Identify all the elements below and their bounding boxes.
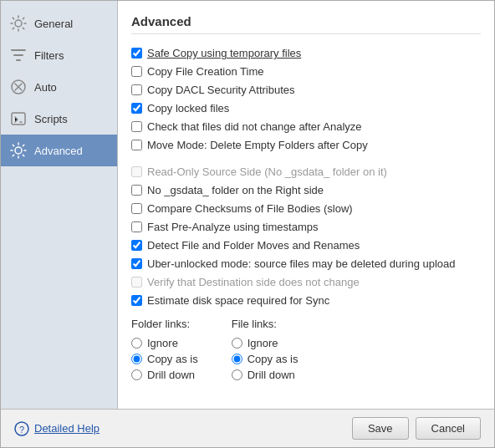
label-fil-drill-down[interactable]: Drill down: [248, 369, 295, 381]
svg-text:?: ?: [19, 424, 24, 434]
sidebar-item-auto[interactable]: Auto: [1, 71, 117, 103]
links-section: Folder links: Ignore Copy as is Drill do…: [131, 318, 481, 381]
checkbox-row-copy-locked: Copy locked files: [131, 101, 481, 115]
checkbox-estimate-disk[interactable]: [131, 295, 142, 306]
label-fast-pre-analyze[interactable]: Fast Pre-Analyze using timestamps: [147, 221, 318, 233]
svg-point-5: [15, 147, 22, 154]
checkbox-no-gsdata[interactable]: [131, 185, 142, 196]
checkbox-move-mode[interactable]: [131, 140, 142, 150]
checkbox-row-no-gsdata: No _gsdata_ folder on the Right side: [131, 183, 481, 197]
separator-1: [131, 156, 481, 165]
checkbox-row-readonly-source: Read-Only Source Side (No _gsdata_ folde…: [131, 165, 481, 179]
label-fl-drill-down[interactable]: Drill down: [147, 369, 195, 381]
label-check-not-change[interactable]: Check that files did not change after An…: [147, 120, 362, 133]
checkbox-row-fast-pre-analyze: Fast Pre-Analyze using timestamps: [131, 220, 481, 234]
label-fl-copy-as-is[interactable]: Copy as is: [147, 353, 198, 365]
checkbox-uber-unlocked[interactable]: [131, 258, 142, 269]
dialog: General Filters: [0, 0, 495, 448]
cancel-button[interactable]: Cancel: [416, 417, 481, 440]
checkbox-readonly-source[interactable]: [131, 166, 142, 177]
main-content: Advanced Safe Copy using temporary files…: [118, 1, 494, 409]
label-uber-unlocked[interactable]: Uber-unlocked mode: source files may be …: [147, 257, 456, 270]
checkbox-row-copy-file-creation: Copy File Creation Time: [131, 64, 481, 79]
checkbox-copy-locked[interactable]: [131, 103, 142, 114]
radio-row-fil-ignore: Ignore: [232, 337, 299, 349]
radio-fl-ignore[interactable]: [131, 338, 142, 349]
label-detect-moves[interactable]: Detect File and Folder Moves and Renames: [147, 239, 360, 252]
file-links-group: File links: Ignore Copy as is Drill down: [232, 318, 299, 381]
radio-fil-drill-down[interactable]: [232, 369, 242, 380]
radio-fil-ignore[interactable]: [232, 338, 242, 349]
footer-right: Save Cancel: [352, 417, 481, 440]
checkbox-row-verify-dest: Verify that Destination side does not ch…: [131, 275, 481, 289]
sidebar-item-general[interactable]: General: [1, 8, 117, 39]
label-fil-ignore[interactable]: Ignore: [248, 337, 278, 349]
label-copy-locked[interactable]: Copy locked files: [147, 102, 229, 115]
radio-row-fil-copy-as-is: Copy as is: [232, 353, 299, 365]
footer-left: ? Detailed Help: [14, 421, 352, 436]
radio-row-fl-ignore: Ignore: [131, 337, 198, 349]
save-button[interactable]: Save: [352, 417, 409, 440]
radio-row-fl-drill-down: Drill down: [131, 369, 198, 381]
checkbox-row-safe-copy: Safe Copy using temporary files: [131, 46, 481, 60]
sidebar-item-filters[interactable]: Filters: [1, 39, 117, 71]
checkbox-row-check-not-change: Check that files did not change after An…: [131, 120, 481, 134]
page-title: Advanced: [131, 14, 481, 34]
dialog-body: General Filters: [1, 1, 494, 409]
label-safe-copy[interactable]: Safe Copy using temporary files: [147, 47, 301, 59]
checkbox-row-copy-dacl: Copy DACL Security Attributes: [131, 83, 481, 97]
sidebar-item-scripts-label: Scripts: [34, 113, 68, 125]
checkbox-safe-copy[interactable]: [131, 48, 142, 59]
svg-point-0: [15, 20, 22, 27]
radio-row-fl-copy-as-is: Copy as is: [131, 353, 198, 365]
sidebar-item-advanced-label: Advanced: [34, 145, 83, 157]
advanced-icon: [9, 141, 28, 160]
checkbox-compare-checksums[interactable]: [131, 203, 142, 214]
general-icon: [9, 14, 28, 33]
label-fil-copy-as-is[interactable]: Copy as is: [248, 353, 299, 365]
label-readonly-source[interactable]: Read-Only Source Side (No _gsdata_ folde…: [147, 165, 387, 178]
radio-fil-copy-as-is[interactable]: [232, 354, 242, 364]
checkbox-row-compare-checksums: Compare Checksums of File Bodies (slow): [131, 201, 481, 216]
checkbox-detect-moves[interactable]: [131, 240, 142, 251]
checkbox-row-uber-unlocked: Uber-unlocked mode: source files may be …: [131, 257, 481, 271]
label-compare-checksums[interactable]: Compare Checksums of File Bodies (slow): [147, 202, 353, 215]
sidebar-item-scripts[interactable]: Scripts: [1, 103, 117, 135]
checkbox-check-not-change[interactable]: [131, 121, 142, 132]
label-move-mode[interactable]: Move Mode: Delete Empty Folders after Co…: [147, 139, 368, 151]
checkbox-copy-file-creation[interactable]: [131, 66, 142, 77]
label-copy-file-creation[interactable]: Copy File Creation Time: [147, 65, 263, 78]
checkbox-row-estimate-disk: Estimate disk space required for Sync: [131, 293, 481, 308]
help-circle-icon: ?: [14, 421, 29, 436]
label-verify-dest[interactable]: Verify that Destination side does not ch…: [147, 276, 360, 288]
label-fl-ignore[interactable]: Ignore: [147, 337, 178, 349]
checkbox-fast-pre-analyze[interactable]: [131, 221, 142, 232]
radio-fl-copy-as-is[interactable]: [131, 354, 142, 364]
label-no-gsdata[interactable]: No _gsdata_ folder on the Right side: [147, 184, 324, 196]
file-links-title: File links:: [232, 318, 299, 330]
svg-rect-4: [12, 113, 25, 125]
checkbox-row-detect-moves: Detect File and Folder Moves and Renames: [131, 238, 481, 252]
label-copy-dacl[interactable]: Copy DACL Security Attributes: [147, 84, 295, 96]
checkbox-row-move-mode: Move Mode: Delete Empty Folders after Co…: [131, 138, 481, 152]
label-estimate-disk[interactable]: Estimate disk space required for Sync: [147, 294, 329, 307]
checkbox-copy-dacl[interactable]: [131, 84, 142, 95]
folder-links-group: Folder links: Ignore Copy as is Drill do…: [131, 318, 198, 381]
dialog-footer: ? Detailed Help Save Cancel: [1, 409, 494, 447]
sidebar-item-advanced[interactable]: Advanced: [1, 135, 117, 166]
folder-links-title: Folder links:: [131, 318, 198, 330]
filters-icon: [9, 46, 28, 64]
checkbox-verify-dest[interactable]: [131, 277, 142, 288]
sidebar-item-auto-label: Auto: [34, 81, 57, 94]
sidebar-item-filters-label: Filters: [34, 49, 64, 62]
sidebar-item-general-label: General: [34, 18, 73, 30]
radio-row-fil-drill-down: Drill down: [232, 369, 299, 381]
scripts-icon: [9, 109, 28, 128]
radio-fl-drill-down[interactable]: [131, 369, 142, 380]
auto-icon: [9, 78, 28, 96]
detailed-help-link[interactable]: Detailed Help: [34, 422, 100, 435]
sidebar: General Filters: [1, 1, 118, 409]
